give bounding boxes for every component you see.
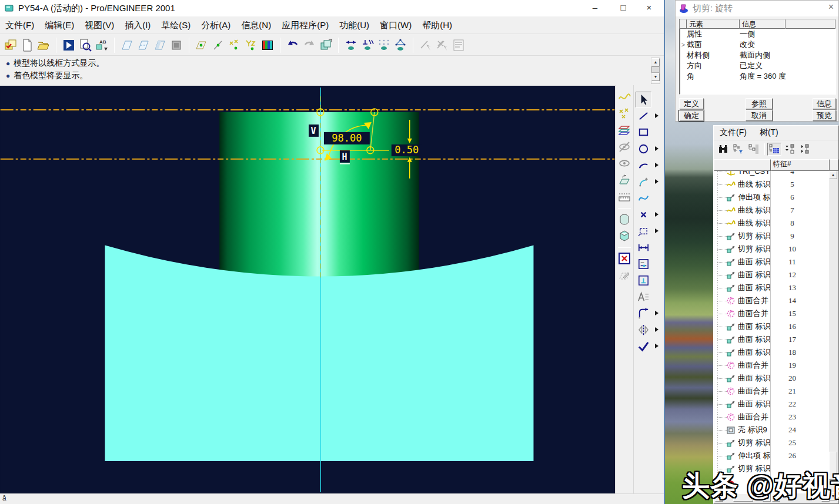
- scroll-thumb[interactable]: [651, 66, 660, 73]
- expand-all-icon[interactable]: [783, 143, 797, 156]
- close-x-icon[interactable]: [617, 251, 632, 266]
- menu-item-10[interactable]: 帮助(H): [417, 16, 457, 34]
- tree-row[interactable]: 曲面合并: [714, 294, 770, 307]
- hide-eye-icon[interactable]: [617, 139, 632, 154]
- flyout-arrow-icon[interactable]: [655, 229, 659, 233]
- text-tool-icon[interactable]: [636, 289, 651, 305]
- new-doc-icon[interactable]: [19, 37, 35, 53]
- tree-row[interactable]: 曲面 标识: [714, 372, 770, 385]
- ok-button[interactable]: 确定: [678, 110, 704, 122]
- tree-menu-item-1[interactable]: 树(T): [754, 127, 785, 138]
- mirror-tool-icon[interactable]: [636, 322, 651, 338]
- cancel-button[interactable]: 取消: [746, 110, 773, 121]
- copy-view-icon[interactable]: [317, 37, 334, 53]
- cyan-block[interactable]: [105, 246, 533, 461]
- curve-wave-icon[interactable]: [617, 90, 632, 105]
- info-button[interactable]: 信息: [813, 98, 836, 109]
- flyout-arrow-icon[interactable]: [655, 179, 659, 184]
- datum-plane-dash-icon[interactable]: [135, 37, 152, 53]
- sk-line-icon[interactable]: [210, 37, 226, 53]
- refs-button[interactable]: 参照: [746, 98, 773, 109]
- element-row[interactable]: 角角度 = 360 度: [680, 71, 835, 82]
- tree-row[interactable]: 曲面 标识: [714, 398, 770, 411]
- tree-row[interactable]: 曲线 标识: [714, 217, 770, 230]
- modify-tool-icon[interactable]: [636, 256, 651, 272]
- datum-points-icon[interactable]: [617, 106, 632, 122]
- tree-vertical-scrollbar[interactable]: ▲ ▼: [829, 171, 838, 500]
- redo-icon[interactable]: [301, 37, 317, 53]
- datum-gray-icon[interactable]: [168, 37, 185, 53]
- menu-item-8[interactable]: 功能(U): [334, 16, 375, 34]
- preview-doc-icon[interactable]: [77, 37, 93, 53]
- constraint-display-icon[interactable]: [359, 37, 376, 53]
- maximize-button[interactable]: □: [613, 0, 633, 16]
- flyout-arrow-icon[interactable]: [655, 146, 659, 151]
- tree-row[interactable]: TRI_CSYS: [714, 171, 770, 178]
- flyout-arrow-icon[interactable]: [655, 327, 659, 332]
- graphics-viewport[interactable]: 98.00 0.50 V H: [0, 85, 615, 493]
- gray-select-icon[interactable]: [417, 37, 434, 53]
- point-tool-icon[interactable]: [636, 207, 651, 223]
- define-button[interactable]: 定义: [679, 98, 704, 109]
- tree-row[interactable]: 切剪 标识: [714, 243, 770, 256]
- show-eye-icon[interactable]: [617, 156, 632, 171]
- menu-item-7[interactable]: 应用程序(P): [276, 16, 334, 34]
- datum-half-icon[interactable]: [152, 37, 168, 53]
- tree-row[interactable]: 伸出项 标: [714, 449, 770, 462]
- display-mode-icon[interactable]: [61, 37, 77, 53]
- tree-row[interactable]: 曲面合并: [714, 359, 770, 372]
- select-tool-icon[interactable]: [636, 92, 651, 107]
- element-row[interactable]: >截面改变: [680, 39, 835, 50]
- element-table[interactable]: 元素 信息 属性一侧>截面改变材料侧截面内侧方向已定义角角度 = 360 度: [679, 19, 836, 95]
- menu-item-9[interactable]: 窗口(W): [375, 16, 417, 34]
- angle-dim-value[interactable]: 98.00: [332, 132, 362, 144]
- dim-display-icon[interactable]: [343, 37, 359, 53]
- part-round-icon[interactable]: [617, 211, 632, 227]
- element-row[interactable]: 属性一侧: [680, 29, 835, 39]
- arc-tool-icon[interactable]: [636, 157, 651, 173]
- part-shaded-icon[interactable]: [617, 228, 632, 243]
- element-row[interactable]: 方向已定义: [680, 61, 835, 71]
- preview-button[interactable]: 预览: [813, 110, 836, 121]
- flyout-arrow-icon[interactable]: [655, 212, 659, 217]
- gray-deselect-icon[interactable]: [434, 37, 450, 53]
- sk-yz-icon[interactable]: [243, 37, 259, 53]
- fillet-tool-icon[interactable]: [636, 174, 651, 190]
- tree-row[interactable]: 曲面合并: [714, 411, 770, 424]
- tree-row[interactable]: 切剪 标识: [714, 230, 770, 243]
- sketch-gray-icon[interactable]: [617, 267, 632, 283]
- menu-item-2[interactable]: 视图(V): [79, 16, 119, 34]
- scroll-up-icon[interactable]: ▲: [651, 58, 660, 66]
- dialog-close-icon[interactable]: ×: [828, 2, 834, 12]
- palette-icon[interactable]: [259, 37, 276, 53]
- tree-row[interactable]: 曲线 标识: [714, 204, 770, 217]
- offset-dim-value[interactable]: 0.50: [395, 144, 419, 156]
- menu-item-5[interactable]: 分析(A): [196, 16, 236, 34]
- element-row[interactable]: 材料侧截面内侧: [680, 50, 835, 61]
- tree-grid-icon[interactable]: [767, 143, 781, 156]
- done-tool-icon[interactable]: [636, 338, 651, 354]
- dimension-tool-icon[interactable]: [636, 240, 651, 256]
- grid-display-icon[interactable]: [376, 37, 392, 53]
- tree-row[interactable]: 曲面 标识: [714, 346, 770, 359]
- rect-tool-icon[interactable]: [636, 125, 651, 140]
- tree-row[interactable]: 曲线 标识: [714, 178, 770, 191]
- menu-item-0[interactable]: 文件(F): [0, 16, 39, 34]
- tree-row[interactable]: 曲面 标识: [714, 268, 770, 281]
- tree-row[interactable]: 曲面合并: [714, 307, 770, 320]
- message-scrollbar[interactable]: ▲ ▼: [651, 58, 660, 84]
- circle-tool-icon[interactable]: [636, 141, 651, 157]
- sk-plane-icon[interactable]: [193, 37, 210, 53]
- menu-item-1[interactable]: 编辑(E): [39, 16, 79, 34]
- spline-tool-icon[interactable]: [636, 190, 651, 206]
- menu-item-3[interactable]: 插入(I): [119, 16, 156, 34]
- scroll-up-icon[interactable]: ▲: [829, 171, 837, 179]
- open-folder-icon[interactable]: [35, 37, 52, 53]
- menu-item-4[interactable]: 草绘(S): [156, 16, 196, 34]
- sk-points-icon[interactable]: [226, 37, 243, 53]
- tree-row[interactable]: 曲面 标识: [714, 333, 770, 346]
- ab-select-icon[interactable]: AB: [93, 37, 110, 53]
- flyout-arrow-icon[interactable]: [655, 344, 659, 348]
- datum-planes-icon[interactable]: [617, 123, 632, 138]
- tree-menu-item-0[interactable]: 文件(F): [714, 127, 754, 138]
